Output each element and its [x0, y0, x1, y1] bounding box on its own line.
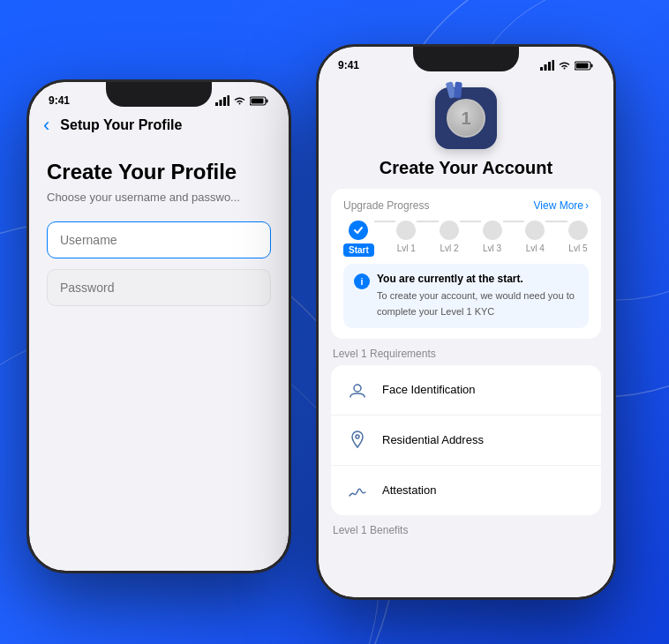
page-title-back: Create Your Profile [47, 160, 271, 185]
step-label-lvl4: Lvl 4 [526, 243, 545, 253]
svg-rect-5 [220, 100, 222, 106]
requirements-card: Face Identification Residential Address [331, 365, 601, 515]
req-face-id[interactable]: Face Identification [331, 365, 601, 416]
info-banner: i You are currently at the start. To cre… [343, 264, 589, 328]
password-input[interactable] [47, 269, 271, 306]
step-lvl2: Lvl 2 [439, 221, 460, 253]
phone-front-screen: 9:41 [319, 47, 613, 597]
phone-back: 9:41 [26, 79, 291, 573]
req-address[interactable]: Residential Address [331, 416, 601, 466]
connector-5 [545, 221, 567, 222]
account-title: Create Your Account [319, 158, 613, 189]
svg-rect-11 [540, 67, 543, 71]
step-label-start: Start [343, 243, 374, 257]
step-dot-lvl3 [483, 221, 502, 240]
scene: 9:41 [0, 0, 669, 644]
time-front: 9:41 [338, 59, 359, 71]
battery-icon-back [250, 96, 269, 106]
progress-steps: Start Lvl 1 Lvl 2 [343, 221, 589, 257]
connector-4 [503, 221, 524, 222]
wifi-icon-front [558, 61, 571, 71]
info-icon: i [354, 273, 370, 289]
phone-back-content: Create Your Profile Choose your username… [29, 142, 289, 571]
front-content: Upgrade Progress View More › [319, 189, 613, 597]
time-back: 9:41 [49, 94, 70, 107]
svg-rect-10 [252, 98, 264, 103]
page-subtitle-back: Choose your username and passwo... [47, 191, 271, 204]
req-attestation[interactable]: Attestation [331, 466, 601, 515]
req-face-id-label: Face Identification [382, 383, 476, 396]
step-dot-lvl1 [396, 221, 416, 240]
face-id-icon [343, 376, 372, 404]
battery-icon-front [575, 61, 594, 71]
step-dot-lvl5 [568, 221, 588, 240]
wifi-icon-back [233, 96, 246, 106]
req-attestation-label: Attestation [382, 483, 436, 497]
svg-rect-9 [267, 99, 268, 102]
chevron-right-icon: › [585, 199, 589, 212]
step-dot-lvl4 [525, 221, 545, 240]
step-lvl5: Lvl 5 [568, 221, 589, 253]
nav-title-back: Setup Your Profile [60, 117, 182, 133]
signal-icon-front [540, 60, 554, 71]
step-dot-lvl2 [440, 221, 459, 240]
view-more-button[interactable]: View More › [534, 199, 589, 212]
upgrade-label: Upgrade Progress [343, 199, 429, 212]
svg-rect-17 [576, 63, 589, 68]
step-label-lvl3: Lvl 3 [483, 243, 501, 253]
upgrade-header: Upgrade Progress View More › [343, 199, 589, 212]
requirements-label: Level 1 Requirements [331, 348, 601, 365]
requirements-section: Level 1 Requirements Face Identification [331, 348, 601, 515]
medal-container: 1 [319, 73, 613, 158]
status-icons-back [215, 95, 269, 106]
connector-2 [417, 221, 438, 222]
info-bold: You are currently at the start. [377, 273, 578, 285]
svg-rect-6 [223, 97, 226, 106]
step-lvl4: Lvl 4 [524, 221, 545, 253]
step-label-lvl5: Lvl 5 [568, 243, 587, 253]
signal-icon-back [215, 95, 229, 106]
benefits-label: Level 1 Benefits [331, 524, 601, 540]
svg-point-19 [356, 435, 359, 438]
nav-bar-back: ‹ Setup Your Profile [29, 109, 289, 142]
medal-icon: 1 [435, 87, 497, 149]
svg-point-18 [354, 385, 361, 392]
notch-back [106, 82, 212, 107]
status-icons-front [540, 60, 594, 71]
info-text: You are currently at the start. To creat… [377, 273, 578, 319]
phone-front: 9:41 [316, 44, 616, 600]
svg-rect-14 [552, 60, 555, 71]
step-lvl1: Lvl 1 [395, 221, 417, 253]
notch-front [413, 47, 519, 71]
view-more-label: View More [534, 199, 583, 212]
ribbon-right [454, 82, 462, 99]
svg-rect-16 [591, 64, 593, 67]
req-address-label: Residential Address [382, 433, 484, 446]
svg-rect-12 [545, 64, 547, 71]
step-start: Start [343, 221, 374, 257]
svg-rect-4 [215, 102, 218, 106]
username-input[interactable] [47, 221, 271, 258]
svg-rect-7 [228, 95, 230, 106]
step-label-lvl2: Lvl 2 [440, 243, 458, 253]
medal-number: 1 [447, 99, 485, 138]
svg-rect-13 [548, 62, 551, 71]
signature-icon [343, 476, 372, 505]
back-arrow-icon[interactable]: ‹ [43, 116, 49, 135]
step-lvl3: Lvl 3 [481, 221, 502, 253]
step-label-lvl1: Lvl 1 [397, 243, 416, 253]
step-dot-start [349, 221, 368, 240]
checkmark-icon [353, 225, 364, 236]
location-icon [343, 426, 372, 454]
phone-back-screen: 9:41 [29, 82, 289, 571]
info-description: To create your account, we would need yo… [377, 290, 575, 317]
connector-3 [460, 221, 481, 222]
upgrade-progress-card: Upgrade Progress View More › [331, 189, 601, 339]
connector-1 [374, 221, 395, 222]
